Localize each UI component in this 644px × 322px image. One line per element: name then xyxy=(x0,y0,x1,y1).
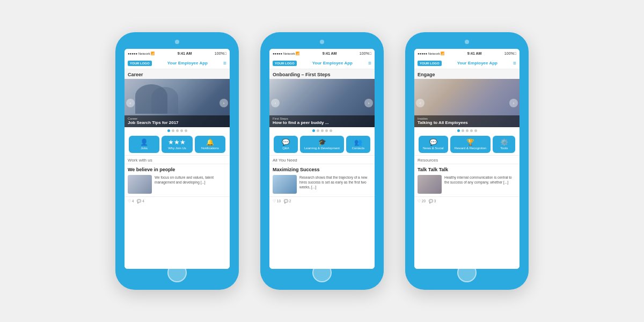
article-main-title: We believe in people xyxy=(128,167,226,172)
article-text: Research shows that the trajectory of a … xyxy=(299,175,371,189)
article-card[interactable]: Maximizing SuccessResearch shows that th… xyxy=(269,164,375,196)
article-main-title: Maximizing Success xyxy=(273,167,371,172)
status-right: 100%□ xyxy=(215,52,226,55)
logo-badge: YOUR LOGO xyxy=(128,61,152,66)
action-icon-0: 💬 xyxy=(282,139,290,145)
action-button-1[interactable]: ★★★ Why Join Us xyxy=(162,136,192,153)
hamburger-icon[interactable]: ≡ xyxy=(223,61,226,66)
dot-1[interactable] xyxy=(462,129,464,132)
article-thumbnail xyxy=(128,175,152,194)
hero-image: ‹› First Steps How to find a peer buddy … xyxy=(269,79,375,127)
article-card[interactable]: Talk Talk TalkHealthy internal communica… xyxy=(414,164,519,196)
dot-1[interactable] xyxy=(317,129,319,132)
hero-image: ‹› Career Job Search Tips for 2017 xyxy=(125,79,230,127)
article-meta: ♡ 10 💬 2 xyxy=(269,196,375,206)
article-section-title: All You Need xyxy=(269,156,375,164)
status-left: ●●●●● Network 📶 xyxy=(128,52,155,55)
dot-3[interactable] xyxy=(180,129,183,132)
status-bar: ●●●●● Network 📶 9:41 AM 100%□ xyxy=(125,49,230,57)
action-label-1: Reward & Recognition xyxy=(455,147,487,150)
dot-4[interactable] xyxy=(185,129,187,132)
article-meta: ♡ 4 💬 4 xyxy=(125,196,230,206)
action-button-2[interactable]: 🔔 Notifications xyxy=(195,136,225,153)
hamburger-icon[interactable]: ≡ xyxy=(368,61,371,66)
like-count[interactable]: ♡ 4 xyxy=(128,199,134,203)
action-button-1[interactable]: 🎓 Learning & Development xyxy=(300,136,344,153)
article-section: Work with usWe believe in peopleWe focus… xyxy=(125,156,230,269)
action-button-1[interactable]: 🏆 Reward & Recognition xyxy=(450,136,491,153)
action-button-0[interactable]: 👤 Jobs xyxy=(129,136,159,153)
action-button-2[interactable]: ⚙️ Tools xyxy=(493,136,515,153)
hamburger-icon[interactable]: ≡ xyxy=(513,61,516,66)
article-text: Healthy internal communication is centra… xyxy=(444,175,516,185)
action-label-0: News & Social xyxy=(423,147,444,150)
action-icon-1: 🎓 xyxy=(318,139,326,145)
action-label-1: Learning & Development xyxy=(304,147,340,150)
dot-3[interactable] xyxy=(470,129,473,132)
hero-title: How to find a peer buddy ... xyxy=(273,120,371,126)
action-label-1: Why Join Us xyxy=(168,147,186,150)
dot-3[interactable] xyxy=(325,129,328,132)
status-time: 9:41 AM xyxy=(467,52,482,55)
action-icon-2: ⚙️ xyxy=(500,139,508,145)
action-label-0: Q&A xyxy=(282,147,289,150)
hero-next-button[interactable]: › xyxy=(219,99,228,107)
status-time: 9:41 AM xyxy=(178,52,192,55)
quick-actions: 💬 News & Social 🏆 Reward & Recognition ⚙… xyxy=(414,134,519,156)
section-title: Onboarding – First Steps xyxy=(269,69,375,79)
hero-title: Job Search Tips for 2017 xyxy=(128,120,226,126)
like-count[interactable]: ♡ 20 xyxy=(418,199,426,203)
dot-2[interactable] xyxy=(321,129,324,132)
hero-prev-button[interactable]: ‹ xyxy=(126,99,135,107)
app-header: YOUR LOGO Your Employee App ≡ xyxy=(269,57,375,69)
dot-4[interactable] xyxy=(330,129,332,132)
article-meta: ♡ 20 💬 3 xyxy=(414,196,519,206)
app-header: YOUR LOGO Your Employee App ≡ xyxy=(414,57,519,69)
action-icon-2: 🔔 xyxy=(206,139,214,145)
action-button-0[interactable]: 💬 News & Social xyxy=(419,136,448,153)
dot-1[interactable] xyxy=(172,129,174,132)
status-time: 9:41 AM xyxy=(323,52,337,55)
article-section-title: Resources xyxy=(414,156,519,164)
dot-2[interactable] xyxy=(466,129,469,132)
action-button-2[interactable]: 👥 Contacts xyxy=(346,136,370,153)
logo-badge: YOUR LOGO xyxy=(273,61,297,66)
comment-count[interactable]: 💬 4 xyxy=(137,199,144,203)
action-label-2: Notifications xyxy=(201,147,219,150)
hero-next-button[interactable]: › xyxy=(364,99,373,107)
status-left: ●●●●● Network 📶 xyxy=(273,52,299,55)
carousel-dots xyxy=(414,127,519,134)
article-thumbnail xyxy=(273,175,297,194)
phone-onboarding: ●●●●● Network 📶 9:41 AM 100%□ YOUR LOGO … xyxy=(260,32,384,290)
action-button-0[interactable]: 💬 Q&A xyxy=(274,136,298,153)
dot-0[interactable] xyxy=(312,129,315,132)
hero-prev-button[interactable]: ‹ xyxy=(416,99,425,107)
quick-actions: 💬 Q&A 🎓 Learning & Development 👥 Contact… xyxy=(269,134,375,156)
app-title: Your Employee App xyxy=(445,61,510,65)
action-icon-0: 💬 xyxy=(429,139,437,145)
article-card[interactable]: We believe in peopleWe focus on culture … xyxy=(125,164,230,196)
action-label-2: Contacts xyxy=(352,147,365,150)
hero-title: Talking to All Employees xyxy=(418,120,516,126)
phone-career: ●●●●● Network 📶 9:41 AM 100%□ YOUR LOGO … xyxy=(115,32,239,290)
dot-0[interactable] xyxy=(457,129,460,132)
action-icon-1: 🏆 xyxy=(466,139,474,145)
dot-0[interactable] xyxy=(167,129,170,132)
quick-actions: 👤 Jobs ★★★ Why Join Us 🔔 Notifications xyxy=(125,134,230,156)
comment-count[interactable]: 💬 2 xyxy=(284,199,291,203)
dot-2[interactable] xyxy=(176,129,179,132)
status-right: 100%□ xyxy=(504,52,516,55)
action-icon-0: 👤 xyxy=(140,139,148,145)
comment-count[interactable]: 💬 3 xyxy=(429,199,436,203)
dot-4[interactable] xyxy=(474,129,477,132)
hero-next-button[interactable]: › xyxy=(509,99,518,107)
like-count[interactable]: ♡ 10 xyxy=(273,199,281,203)
app-title: Your Employee App xyxy=(155,61,220,65)
app-title: Your Employee App xyxy=(300,61,365,65)
carousel-dots xyxy=(269,127,375,134)
carousel-dots xyxy=(125,127,230,134)
status-bar: ●●●●● Network 📶 9:41 AM 100%□ xyxy=(414,49,519,57)
section-title: Engage xyxy=(414,69,519,79)
article-section-title: Work with us xyxy=(125,156,230,164)
hero-prev-button[interactable]: ‹ xyxy=(271,99,280,107)
